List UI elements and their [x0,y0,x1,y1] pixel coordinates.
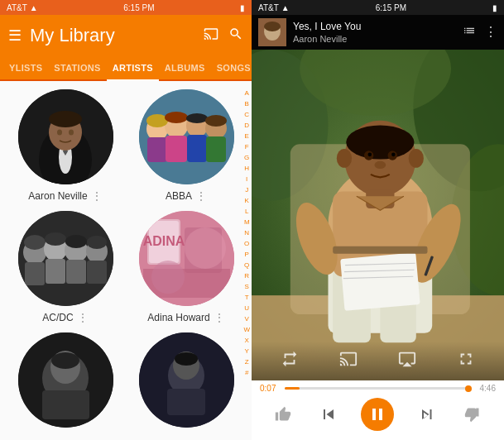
svg-rect-10 [147,137,167,162]
svg-rect-14 [187,135,207,162]
svg-rect-29 [66,260,86,284]
status-right: ▮ [240,3,245,12]
next-button[interactable] [414,401,440,428]
right-status-right: ▮ [492,3,497,12]
alpha-p[interactable]: P [243,249,250,260]
alpha-hash[interactable]: # [243,367,250,378]
artist-name-row-adina: Adina Howard ⋮ [127,311,245,324]
fullscreen-icon[interactable] [454,350,478,372]
right-time: 6:15 PM [376,3,406,12]
thumbs-up-button[interactable] [270,401,296,428]
svg-point-19 [186,113,208,123]
alpha-e[interactable]: E [243,131,250,141]
song-info: Yes, I Love You Aaron Neville [293,21,456,44]
artist-item-bottom2[interactable] [127,332,245,433]
artist-name-row-abba: ABBA ⋮ [127,189,245,203]
artist-row-3 [7,332,245,433]
svg-point-50 [175,352,198,366]
alpha-g[interactable]: G [243,152,250,163]
alpha-k[interactable]: K [243,195,250,206]
svg-point-54 [264,22,281,31]
artist-image-aaron [18,89,113,184]
more-icon[interactable]: ⋮ [484,24,497,41]
alpha-h[interactable]: H [243,163,250,174]
artist-image-bottom2 [139,332,234,428]
play-pause-button[interactable] [361,398,394,431]
alpha-u[interactable]: U [243,303,250,313]
artist-item-aaron[interactable]: Aaron Neville ⋮ [7,89,124,203]
tab-playlists[interactable]: YLISTS [3,56,48,79]
search-icon[interactable] [228,26,243,45]
artist-circle-acdc [18,211,113,306]
artist-image-abba [139,89,234,184]
alpha-s[interactable]: S [243,281,250,292]
status-left: AT&T ▲ [7,3,38,12]
alpha-w[interactable]: W [243,324,250,335]
loop-icon[interactable] [278,350,301,372]
right-carrier: AT&T [258,3,279,12]
alphabet-sidebar: A B C D E F G H I J K L M N O P Q R S T … [243,88,250,378]
artist-item-acdc[interactable]: AC/DC ⋮ [7,211,124,324]
artist-more-acdc[interactable]: ⋮ [77,311,89,324]
alpha-f[interactable]: F [243,141,250,152]
song-artist: Aaron Neville [293,34,456,44]
tab-songs[interactable]: SONGS [211,56,257,79]
playback-row [260,398,496,431]
airplay-icon[interactable] [396,350,419,372]
header: ☰ My Library [0,15,252,56]
alpha-z[interactable]: Z [243,356,250,367]
carrier-label: AT&T [7,3,27,12]
svg-point-40 [185,227,226,269]
artist-circle-bottom1 [18,332,113,428]
menu-icon[interactable]: ☰ [8,26,22,45]
artist-more-aaron[interactable]: ⋮ [91,189,103,203]
alpha-c[interactable]: C [243,109,250,120]
alpha-l[interactable]: L [243,206,250,217]
alpha-q[interactable]: Q [243,260,250,270]
alpha-d[interactable]: D [243,120,250,131]
artist-circle-aaron [18,89,113,184]
svg-rect-46 [42,390,89,419]
artist-more-abba[interactable]: ⋮ [195,189,207,203]
cast-overlay-icon[interactable] [337,350,360,372]
artist-name-adina: Adina Howard [147,312,209,323]
alpha-a[interactable]: A [243,88,250,98]
artist-name-abba: ABBA [166,190,192,202]
queue-icon[interactable] [463,24,476,41]
alpha-r[interactable]: R [243,270,250,281]
alpha-n[interactable]: N [243,227,250,238]
progress-row: 0:07 4:46 [260,384,496,393]
tab-stations[interactable]: STATIONS [48,56,106,79]
artist-grid: Aaron Neville ⋮ [0,81,252,440]
alpha-v[interactable]: V [243,313,250,324]
alpha-m[interactable]: M [243,217,250,227]
prev-button[interactable] [315,401,342,428]
alpha-j[interactable]: J [243,184,250,195]
tab-artists[interactable]: ARTISTS [107,56,159,81]
time-total: 4:46 [476,384,496,393]
svg-point-45 [51,352,79,369]
tab-albums[interactable]: ALBUMS [159,56,211,79]
artist-item-abba[interactable]: ABBA ⋮ [127,89,245,203]
artist-circle-bottom2 [139,332,234,428]
artist-item-bottom1[interactable] [7,332,124,433]
page-title: My Library [30,25,195,46]
svg-text:ADINA: ADINA [142,234,185,248]
progress-bar[interactable] [285,387,471,390]
alpha-o[interactable]: O [243,238,250,249]
alpha-t[interactable]: T [243,292,250,303]
svg-point-33 [87,236,107,249]
artist-item-adina[interactable]: ADINA Adina Howard ⋮ [127,211,245,324]
artist-row-2: AC/DC ⋮ ADINA [7,211,245,324]
svg-point-24 [24,235,46,250]
artist-more-adina[interactable]: ⋮ [214,311,225,324]
alpha-b[interactable]: B [243,98,250,109]
alpha-i[interactable]: I [243,174,250,184]
alpha-y[interactable]: Y [243,346,250,356]
cast-icon[interactable] [204,26,218,45]
alpha-x[interactable]: X [243,335,250,346]
thumbs-down-button[interactable] [459,401,486,428]
right-panel: AT&T ▲ 6:15 PM ▮ Yes, I Love You Aaron N… [252,0,504,440]
battery-icon: ▮ [240,3,245,12]
svg-rect-32 [87,261,107,284]
